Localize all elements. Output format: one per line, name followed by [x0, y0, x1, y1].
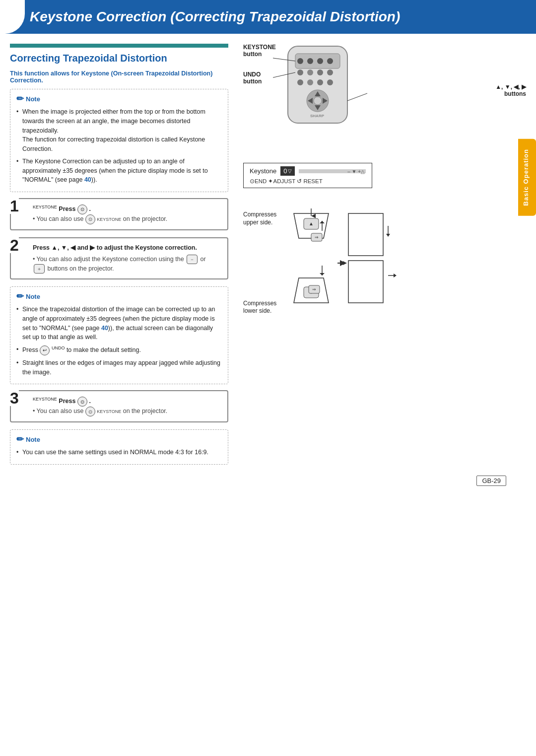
note2-list: Since the trapezoidal distortion of the … [16, 305, 222, 377]
compress-lower-label: Compresses lower side. [243, 300, 276, 315]
osd-bottom-row: ⊙END ✦ADJUST ↺ RESET [250, 178, 366, 185]
note1-list: When the image is projected either from … [16, 107, 222, 185]
note1-title: ✏ Note [16, 93, 222, 104]
arrow-buttons-label: ▲, ▼, ◀, ▶ buttons [495, 83, 526, 97]
svg-point-13 [327, 79, 333, 85]
svg-marker-45 [386, 234, 390, 237]
svg-point-12 [317, 79, 323, 85]
undo-button-label: UNDO button [243, 71, 262, 85]
note-icon-3: ✏ [16, 434, 24, 445]
side-tab: Basic Operation [518, 139, 536, 216]
svg-point-19 [314, 97, 322, 105]
step3-button: ⊙ [77, 397, 87, 407]
step3-btn2: ⊙ [85, 407, 95, 416]
page-number: GB-29 [476, 476, 506, 486]
remote-container: KEYSTONE button UNDO button ▲, ▼, ◀, ▶ b… [243, 44, 526, 133]
svg-rect-37 [348, 261, 383, 303]
page-title-bar: Keystone Correction (Correcting Trapezoi… [0, 0, 536, 34]
note2-item-2: Press ↩ UNDO to make the default setting… [16, 345, 222, 355]
note-icon-1: ✏ [16, 93, 24, 104]
teal-bar [10, 44, 228, 48]
note2-item-1: Since the trapezoidal distortion of the … [16, 305, 222, 342]
step2-btn-plus: ＋ [34, 264, 45, 274]
svg-text:SHARP: SHARP [310, 114, 325, 118]
diagram-section: Compresses upper side. Compresses lower … [243, 206, 526, 320]
step-1-content: KEYSTONE Press ⊙ . • You can also use ⊙ … [33, 204, 220, 224]
svg-marker-36 [320, 273, 325, 275]
note-box-3: ✏ Note You can use the same settings use… [10, 429, 228, 465]
step1-sub: • You can also use ⊙ KEYSTONE on the pro… [33, 214, 220, 224]
step-3-box: 3 KEYSTONE Press ⊙ . • You can also use … [10, 390, 228, 422]
step3-dot: . [89, 398, 90, 405]
remote-svg: SHARP [273, 44, 382, 128]
osd-top-row: Keystone 0 ▽ – ▼ +△ [250, 166, 366, 176]
step2-sub: • You can also adjust the Keystone corre… [33, 255, 220, 274]
note2-item-3: Straight lines or the edges of images ma… [16, 358, 222, 377]
svg-line-23 [347, 93, 367, 101]
step-2-number: 2 [10, 237, 19, 253]
osd-controls: ⊙END ✦ADJUST ↺ RESET [250, 178, 323, 185]
osd-label: Keystone [250, 167, 276, 175]
step1-button: ⊙ [77, 205, 87, 214]
undo-btn: ↩ [40, 345, 50, 355]
step-1-number: 1 [10, 198, 19, 214]
step3-sub: • You can also use ⊙ KEYSTONE on the pro… [33, 407, 220, 416]
svg-point-9 [327, 69, 333, 75]
step2-btn-minus: － [187, 255, 198, 264]
svg-text:⇒: ⇒ [315, 235, 319, 240]
note3-item-1: You can use the same settings used in NO… [16, 448, 222, 457]
svg-marker-43 [343, 261, 347, 265]
step-3-number: 3 [10, 390, 19, 406]
note-box-1: ✏ Note When the image is projected eithe… [10, 89, 228, 192]
page-footer: GB-29 [0, 471, 536, 491]
osd-value: 0 ▽ [280, 166, 295, 176]
svg-rect-33 [348, 213, 383, 256]
note-icon-2: ✏ [16, 291, 24, 302]
step3-instruction: Press [59, 398, 75, 405]
step1-instruction: Press [59, 206, 75, 212]
section-heading: Correcting Trapezoidal Distortion [10, 53, 228, 66]
note2-title: ✏ Note [16, 291, 222, 302]
left-column: Correcting Trapezoidal Distortion This f… [10, 44, 228, 471]
page-title: Keystone Correction (Correcting Trapezoi… [30, 9, 521, 25]
svg-point-5 [327, 58, 333, 64]
note1-item-2: The Keystone Correction can be adjusted … [16, 157, 222, 185]
step-3-content: KEYSTONE Press ⊙ . • You can also use ⊙ … [33, 396, 220, 416]
osd-bar: – ▼ +△ [299, 169, 366, 173]
right-column: KEYSTONE button UNDO button ▲, ▼, ◀, ▶ b… [238, 44, 526, 471]
step-2-box: 2 Press ▲, ▼, ◀ and ▶ to adjust the Keys… [10, 237, 228, 279]
diagram-labels: Compresses upper side. Compresses lower … [243, 206, 276, 315]
compress-upper-label: Compresses upper side. [243, 211, 276, 226]
note3-list: You can use the same settings used in NO… [16, 448, 222, 457]
step1-dot: . [89, 206, 90, 212]
note1-item-1: When the image is projected either from … [16, 107, 222, 154]
svg-point-4 [317, 58, 323, 64]
note-box-2: ✏ Note Since the trapezoidal distortion … [10, 286, 228, 384]
svg-text:▲: ▲ [309, 221, 314, 226]
svg-point-6 [297, 69, 303, 75]
keystone-button-label: KEYSTONE button [243, 44, 276, 58]
svg-point-8 [317, 69, 323, 75]
svg-point-3 [307, 58, 313, 64]
svg-point-11 [307, 79, 313, 85]
note3-title: ✏ Note [16, 434, 222, 445]
step-1-box: 1 KEYSTONE Press ⊙ . • You can also use … [10, 198, 228, 230]
svg-point-7 [307, 69, 313, 75]
step2-heading: Press ▲, ▼, ◀ and ▶ to adjust the Keysto… [33, 243, 220, 253]
svg-point-10 [297, 79, 303, 85]
step1-btn2: ⊙ [85, 214, 95, 224]
svg-marker-47 [394, 274, 397, 277]
step-2-content: Press ▲, ▼, ◀ and ▶ to adjust the Keysto… [33, 243, 220, 274]
intro-text: This function allows for Keystone (On-sc… [10, 70, 228, 84]
svg-text:⇒: ⇒ [312, 287, 316, 292]
step1-label-sup: KEYSTONE [33, 205, 57, 209]
main-content: Correcting Trapezoidal Distortion This f… [0, 44, 536, 471]
keystone-diagram-svg: ▲ ▼ [281, 206, 405, 320]
osd-display: Keystone 0 ▽ – ▼ +△ ⊙END ✦ADJUST ↺ RESET [243, 163, 372, 188]
svg-point-2 [297, 58, 303, 64]
step3-label-sup: KEYSTONE [33, 397, 57, 402]
